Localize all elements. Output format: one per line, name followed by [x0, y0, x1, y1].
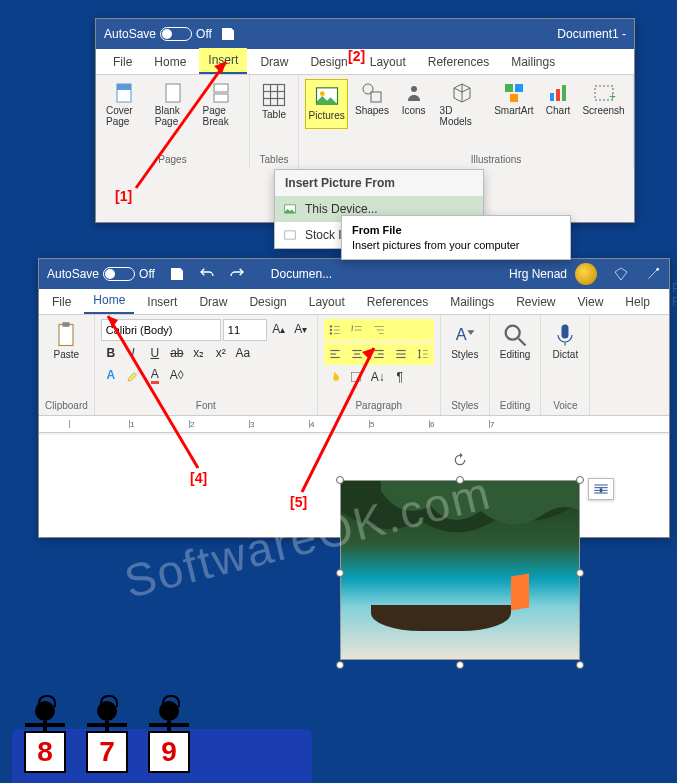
tab-layout[interactable]: Layout	[361, 50, 415, 74]
tab-insert[interactable]: Insert	[138, 290, 186, 314]
smartart-button[interactable]: SmartArt	[492, 79, 536, 129]
tab-design[interactable]: Design	[301, 50, 356, 74]
line-spacing-button[interactable]	[413, 344, 433, 364]
tab-review[interactable]: Review	[507, 290, 564, 314]
text-effects-button[interactable]: A	[101, 365, 121, 385]
pictures-button[interactable]: Pictures	[305, 79, 348, 129]
tab-mailings[interactable]: Mailings	[441, 290, 503, 314]
tab-mailings[interactable]: Mailings	[502, 50, 564, 74]
dictate-button[interactable]: Dictat	[547, 319, 583, 362]
tab-references[interactable]: References	[358, 290, 437, 314]
chart-button[interactable]: Chart	[540, 79, 576, 129]
tab-file[interactable]: File	[104, 50, 141, 74]
rotate-handle[interactable]	[452, 452, 468, 468]
cover-page-button[interactable]: Cover Page	[102, 79, 147, 129]
avatar[interactable]	[575, 263, 597, 285]
show-marks-button[interactable]: ¶	[390, 367, 410, 387]
score-card: 7	[86, 731, 128, 773]
font-name-combo[interactable]: Calibri (Body)	[101, 319, 221, 341]
handle-br[interactable]	[576, 661, 584, 669]
multilevel-button[interactable]	[369, 320, 389, 340]
handle-rm[interactable]	[576, 569, 584, 577]
shading-button[interactable]	[324, 367, 344, 387]
tab-picture-format[interactable]: Picture For	[663, 276, 677, 314]
handle-lm[interactable]	[336, 569, 344, 577]
highlight-button[interactable]	[123, 365, 143, 385]
document-title: Documen...	[271, 267, 332, 281]
numbering-button[interactable]: 12	[347, 320, 367, 340]
autosave-state: Off	[139, 267, 155, 281]
boat	[371, 605, 511, 631]
tab-references[interactable]: References	[419, 50, 498, 74]
align-center-button[interactable]	[347, 344, 367, 364]
handle-tr[interactable]	[576, 476, 584, 484]
italic-button[interactable]: I	[123, 343, 143, 363]
tab-design[interactable]: Design	[240, 290, 295, 314]
handle-bl[interactable]	[336, 661, 344, 669]
subscript-button[interactable]: x₂	[189, 343, 209, 363]
handle-tl[interactable]	[336, 476, 344, 484]
tab-file[interactable]: File	[43, 290, 80, 314]
tab-view[interactable]: View	[569, 290, 613, 314]
bullets-button[interactable]	[325, 320, 345, 340]
svg-point-34	[330, 332, 332, 334]
save-icon[interactable]	[169, 266, 185, 282]
word-window-insert: AutoSave Off Document1 - File Home Inser…	[95, 18, 635, 223]
tab-draw[interactable]: Draw	[190, 290, 236, 314]
justify-button[interactable]	[391, 344, 411, 364]
font-color-button[interactable]: A	[145, 365, 165, 385]
svg-point-60	[506, 326, 520, 340]
shapes-button[interactable]: Shapes	[352, 79, 391, 129]
tab-layout[interactable]: Layout	[300, 290, 354, 314]
tab-help[interactable]: Help	[616, 290, 659, 314]
styles-button[interactable]: AStyles	[447, 319, 483, 362]
tab-home[interactable]: Home	[84, 288, 134, 314]
diamond-icon[interactable]	[613, 266, 629, 282]
underline-button[interactable]: U	[145, 343, 165, 363]
svg-rect-16	[515, 84, 523, 92]
autosave-toggle[interactable]: AutoSave Off	[47, 267, 155, 281]
borders-button[interactable]	[346, 367, 366, 387]
group-clipboard: Paste Clipboard	[39, 315, 95, 415]
icons-button[interactable]: Icons	[396, 79, 432, 129]
handle-tm[interactable]	[456, 476, 464, 484]
judge-1: 8	[24, 701, 66, 773]
change-case-button[interactable]: Aa	[233, 343, 253, 363]
save-icon[interactable]	[220, 26, 236, 42]
page-break-button[interactable]: Page Break	[199, 79, 243, 129]
font-size-combo[interactable]: 11	[223, 319, 267, 341]
ribbon: Cover Page Blank Page Page Break Pages T…	[96, 75, 634, 169]
handle-bm[interactable]	[456, 661, 464, 669]
align-left-button[interactable]	[325, 344, 345, 364]
sort-button[interactable]: A↓	[368, 367, 388, 387]
3d-models-button[interactable]: 3D Models	[436, 79, 488, 129]
screenshot-button[interactable]: +Screensh	[580, 79, 627, 129]
selected-picture[interactable]	[320, 460, 600, 685]
foliage	[341, 481, 580, 551]
ruler[interactable]: 1234567	[39, 415, 669, 433]
editing-button[interactable]: Editing	[496, 319, 535, 362]
shrink-font-button[interactable]: A▾	[291, 319, 311, 339]
table-button[interactable]: Table	[256, 79, 292, 122]
tab-draw[interactable]: Draw	[251, 50, 297, 74]
align-right-button[interactable]	[369, 344, 389, 364]
strikethrough-button[interactable]: ab	[167, 343, 187, 363]
clear-format-button[interactable]: A◊	[167, 365, 187, 385]
user-name: Hrg Nenad	[509, 267, 567, 281]
judges: 8 7 9	[24, 701, 190, 773]
grow-font-button[interactable]: A▴	[269, 319, 289, 339]
svg-point-11	[320, 91, 325, 96]
superscript-button[interactable]: x²	[211, 343, 231, 363]
wand-icon[interactable]	[645, 266, 661, 282]
tab-home[interactable]: Home	[145, 50, 195, 74]
redo-icon[interactable]	[229, 266, 245, 282]
blank-page-button[interactable]: Blank Page	[151, 79, 195, 129]
svg-rect-28	[59, 325, 73, 346]
tab-insert[interactable]: Insert	[199, 48, 247, 74]
autosave-toggle[interactable]: AutoSave Off	[104, 27, 212, 41]
ribbon-tabs: File Home Insert Draw Design Layout Refe…	[96, 49, 634, 75]
layout-options-button[interactable]	[588, 478, 614, 500]
paste-button[interactable]: Paste	[45, 319, 88, 362]
undo-icon[interactable]	[199, 266, 215, 282]
bold-button[interactable]: B	[101, 343, 121, 363]
